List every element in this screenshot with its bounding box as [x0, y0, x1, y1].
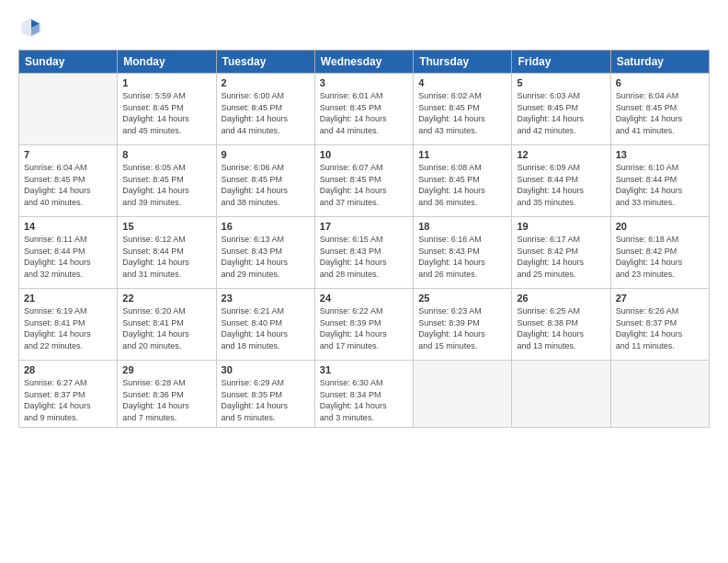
calendar-cell: 9Sunrise: 6:06 AM Sunset: 8:45 PM Daylig…	[216, 145, 314, 217]
day-info: Sunrise: 6:09 AM Sunset: 8:44 PM Dayligh…	[517, 162, 605, 208]
calendar-cell: 24Sunrise: 6:22 AM Sunset: 8:39 PM Dayli…	[314, 289, 413, 361]
day-info: Sunrise: 6:25 AM Sunset: 8:38 PM Dayligh…	[517, 305, 605, 351]
weekday-header: Wednesday	[314, 51, 413, 74]
day-number: 18	[418, 221, 506, 232]
day-number: 12	[517, 149, 605, 160]
calendar-cell: 22Sunrise: 6:20 AM Sunset: 8:41 PM Dayli…	[118, 289, 216, 361]
calendar-cell: 14Sunrise: 6:11 AM Sunset: 8:44 PM Dayli…	[19, 217, 118, 289]
calendar-cell: 21Sunrise: 6:19 AM Sunset: 8:41 PM Dayli…	[19, 289, 118, 361]
day-number: 6	[616, 77, 704, 88]
weekday-header: Sunday	[19, 51, 118, 74]
logo	[18, 15, 48, 40]
day-info: Sunrise: 5:59 AM Sunset: 8:45 PM Dayligh…	[122, 90, 210, 136]
day-info: Sunrise: 6:21 AM Sunset: 8:40 PM Dayligh…	[222, 305, 310, 351]
day-number: 8	[122, 149, 210, 160]
day-number: 17	[320, 221, 408, 232]
day-number: 9	[222, 149, 310, 160]
calendar-cell: 12Sunrise: 6:09 AM Sunset: 8:44 PM Dayli…	[512, 145, 610, 217]
day-info: Sunrise: 6:07 AM Sunset: 8:45 PM Dayligh…	[320, 162, 408, 208]
day-info: Sunrise: 6:08 AM Sunset: 8:45 PM Dayligh…	[418, 162, 506, 208]
day-info: Sunrise: 6:01 AM Sunset: 8:45 PM Dayligh…	[320, 90, 408, 136]
day-info: Sunrise: 6:03 AM Sunset: 8:45 PM Dayligh…	[517, 90, 605, 136]
day-number: 28	[24, 364, 112, 375]
calendar-cell: 13Sunrise: 6:10 AM Sunset: 8:44 PM Dayli…	[610, 145, 709, 217]
weekday-header: Monday	[118, 51, 216, 74]
calendar-cell: 18Sunrise: 6:16 AM Sunset: 8:43 PM Dayli…	[414, 217, 512, 289]
day-info: Sunrise: 6:28 AM Sunset: 8:36 PM Dayligh…	[122, 377, 210, 423]
day-info: Sunrise: 6:02 AM Sunset: 8:45 PM Dayligh…	[418, 90, 506, 136]
calendar-cell: 29Sunrise: 6:28 AM Sunset: 8:36 PM Dayli…	[118, 361, 216, 428]
calendar: SundayMondayTuesdayWednesdayThursdayFrid…	[18, 50, 710, 428]
calendar-cell: 6Sunrise: 6:04 AM Sunset: 8:45 PM Daylig…	[610, 74, 709, 145]
day-info: Sunrise: 6:06 AM Sunset: 8:45 PM Dayligh…	[222, 162, 310, 208]
day-info: Sunrise: 6:12 AM Sunset: 8:44 PM Dayligh…	[122, 234, 210, 280]
weekday-header: Saturday	[610, 51, 709, 74]
calendar-cell: 10Sunrise: 6:07 AM Sunset: 8:45 PM Dayli…	[314, 145, 413, 217]
day-number: 7	[24, 149, 112, 160]
day-number: 3	[320, 77, 408, 88]
day-info: Sunrise: 6:27 AM Sunset: 8:37 PM Dayligh…	[24, 377, 112, 423]
header	[18, 15, 710, 40]
calendar-cell	[512, 361, 610, 428]
day-info: Sunrise: 6:11 AM Sunset: 8:44 PM Dayligh…	[24, 234, 112, 280]
day-info: Sunrise: 6:18 AM Sunset: 8:42 PM Dayligh…	[616, 234, 704, 280]
calendar-cell: 20Sunrise: 6:18 AM Sunset: 8:42 PM Dayli…	[610, 217, 709, 289]
day-number: 1	[122, 77, 210, 88]
day-number: 25	[418, 293, 506, 304]
calendar-cell: 5Sunrise: 6:03 AM Sunset: 8:45 PM Daylig…	[512, 74, 610, 145]
calendar-cell: 15Sunrise: 6:12 AM Sunset: 8:44 PM Dayli…	[118, 217, 216, 289]
day-number: 14	[24, 221, 112, 232]
day-number: 23	[222, 293, 310, 304]
calendar-cell: 4Sunrise: 6:02 AM Sunset: 8:45 PM Daylig…	[414, 74, 512, 145]
weekday-header: Friday	[512, 51, 610, 74]
day-info: Sunrise: 6:19 AM Sunset: 8:41 PM Dayligh…	[24, 305, 112, 351]
calendar-cell: 11Sunrise: 6:08 AM Sunset: 8:45 PM Dayli…	[414, 145, 512, 217]
day-info: Sunrise: 6:29 AM Sunset: 8:35 PM Dayligh…	[222, 377, 310, 423]
calendar-cell: 19Sunrise: 6:17 AM Sunset: 8:42 PM Dayli…	[512, 217, 610, 289]
calendar-cell: 28Sunrise: 6:27 AM Sunset: 8:37 PM Dayli…	[19, 361, 118, 428]
day-info: Sunrise: 6:04 AM Sunset: 8:45 PM Dayligh…	[616, 90, 704, 136]
day-number: 21	[24, 293, 112, 304]
day-info: Sunrise: 6:10 AM Sunset: 8:44 PM Dayligh…	[616, 162, 704, 208]
day-number: 15	[122, 221, 210, 232]
calendar-cell: 2Sunrise: 6:00 AM Sunset: 8:45 PM Daylig…	[216, 74, 314, 145]
calendar-cell: 7Sunrise: 6:04 AM Sunset: 8:45 PM Daylig…	[19, 145, 118, 217]
calendar-cell: 17Sunrise: 6:15 AM Sunset: 8:43 PM Dayli…	[314, 217, 413, 289]
day-info: Sunrise: 6:17 AM Sunset: 8:42 PM Dayligh…	[517, 234, 605, 280]
day-info: Sunrise: 6:20 AM Sunset: 8:41 PM Dayligh…	[122, 305, 210, 351]
day-number: 20	[616, 221, 704, 232]
calendar-cell: 25Sunrise: 6:23 AM Sunset: 8:39 PM Dayli…	[414, 289, 512, 361]
day-number: 10	[320, 149, 408, 160]
day-number: 26	[517, 293, 605, 304]
calendar-cell: 8Sunrise: 6:05 AM Sunset: 8:45 PM Daylig…	[118, 145, 216, 217]
day-number: 11	[418, 149, 506, 160]
calendar-cell: 16Sunrise: 6:13 AM Sunset: 8:43 PM Dayli…	[216, 217, 314, 289]
calendar-cell: 30Sunrise: 6:29 AM Sunset: 8:35 PM Dayli…	[216, 361, 314, 428]
weekday-header: Thursday	[414, 51, 512, 74]
day-number: 16	[222, 221, 310, 232]
calendar-cell: 27Sunrise: 6:26 AM Sunset: 8:37 PM Dayli…	[610, 289, 709, 361]
day-number: 30	[222, 364, 310, 375]
day-number: 2	[222, 77, 310, 88]
day-number: 31	[320, 364, 408, 375]
day-number: 22	[122, 293, 210, 304]
day-number: 13	[616, 149, 704, 160]
day-info: Sunrise: 6:26 AM Sunset: 8:37 PM Dayligh…	[616, 305, 704, 351]
calendar-cell: 1Sunrise: 5:59 AM Sunset: 8:45 PM Daylig…	[118, 74, 216, 145]
day-number: 27	[616, 293, 704, 304]
calendar-cell: 31Sunrise: 6:30 AM Sunset: 8:34 PM Dayli…	[314, 361, 413, 428]
logo-icon	[18, 15, 44, 40]
day-info: Sunrise: 6:13 AM Sunset: 8:43 PM Dayligh…	[222, 234, 310, 280]
day-info: Sunrise: 6:04 AM Sunset: 8:45 PM Dayligh…	[24, 162, 112, 208]
calendar-cell	[19, 74, 118, 145]
day-info: Sunrise: 6:30 AM Sunset: 8:34 PM Dayligh…	[320, 377, 408, 423]
calendar-cell: 3Sunrise: 6:01 AM Sunset: 8:45 PM Daylig…	[314, 74, 413, 145]
day-number: 5	[517, 77, 605, 88]
day-number: 19	[517, 221, 605, 232]
calendar-cell	[414, 361, 512, 428]
day-number: 29	[122, 364, 210, 375]
day-info: Sunrise: 6:23 AM Sunset: 8:39 PM Dayligh…	[418, 305, 506, 351]
weekday-header: Tuesday	[216, 51, 314, 74]
calendar-cell: 26Sunrise: 6:25 AM Sunset: 8:38 PM Dayli…	[512, 289, 610, 361]
calendar-cell	[610, 361, 709, 428]
